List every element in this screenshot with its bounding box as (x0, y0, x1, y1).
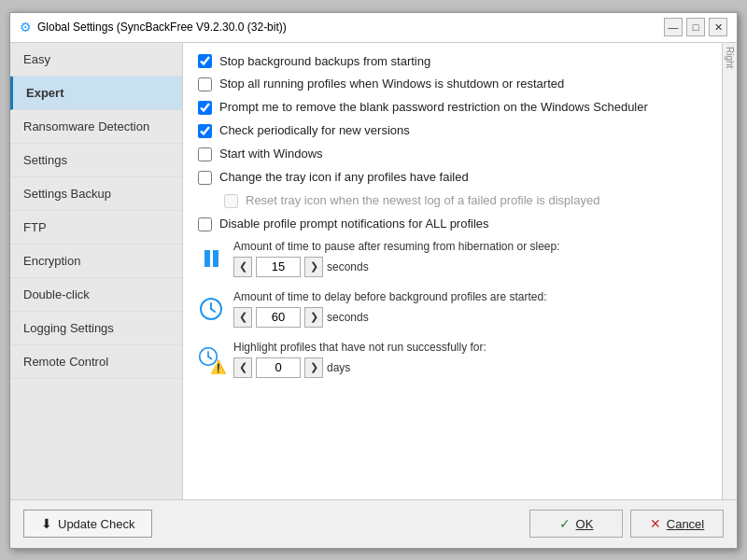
title-bar-left: ⚙ Global Settings (SyncBackFree V9.2.30.… (20, 20, 287, 35)
label-start-windows: Start with Windows (219, 147, 323, 162)
sidebar-item-remote[interactable]: Remote Control (10, 345, 182, 379)
cancel-icon: ✕ (650, 516, 661, 531)
update-check-button[interactable]: ⬇ Update Check (23, 510, 152, 538)
sidebar-item-encryption[interactable]: Encryption (10, 245, 182, 278)
spinner-delay-value: 60 (256, 307, 301, 328)
sidebar-item-ransomware[interactable]: Ransomware Detection (10, 110, 182, 144)
spinner-delay: Amount of time to delay before backgroun… (198, 290, 707, 328)
spinner-pause: Amount of time to pause after resuming f… (198, 240, 707, 277)
ok-button[interactable]: ✓ OK (529, 510, 623, 538)
checkbox-prompt-password[interactable] (198, 101, 212, 115)
spinner-delay-increment[interactable]: ❯ (304, 307, 323, 328)
spinner-pause-value: 15 (256, 257, 301, 277)
label-prompt-password: Prompt me to remove the blank password r… (219, 100, 648, 116)
sidebar-item-settings-backup[interactable]: Settings Backup (10, 177, 182, 211)
spinner-pause-decrement[interactable]: ❮ (233, 257, 252, 277)
clock-icon (198, 296, 224, 322)
label-tray-icon: Change the tray icon if any profiles hav… (219, 170, 469, 186)
right-panel-label: Right (725, 47, 735, 68)
spinner-pause-content: Amount of time to pause after resuming f… (233, 240, 560, 277)
checkbox-stop-background[interactable] (198, 54, 212, 68)
option-stop-background: Stop background backups from starting (198, 54, 707, 70)
title-bar-controls: — □ ✕ (664, 18, 727, 36)
spinner-highlight-label: Highlight profiles that have not run suc… (233, 341, 486, 354)
spinner-highlight-controls: ❮ 0 ❯ days (233, 357, 486, 378)
spinner-delay-content: Amount of time to delay before backgroun… (233, 290, 547, 328)
checkbox-tray-icon[interactable] (198, 171, 212, 185)
right-panel: Right (722, 43, 737, 499)
spinner-highlight-value: 0 (256, 357, 301, 378)
close-button[interactable]: ✕ (709, 18, 727, 36)
option-stop-running: Stop all running profiles when Windows i… (198, 77, 707, 92)
option-tray-icon: Change the tray icon if any profiles hav… (198, 170, 707, 186)
checkbox-disable-notifications[interactable] (198, 217, 212, 231)
main-window: ⚙ Global Settings (SyncBackFree V9.2.30.… (9, 12, 738, 549)
sidebar-item-ftp[interactable]: FTP (10, 211, 182, 245)
option-reset-tray: Reset tray icon when the newest log of a… (224, 193, 707, 209)
spinner-delay-label: Amount of time to delay before backgroun… (233, 290, 547, 303)
svg-line-2 (211, 309, 215, 312)
pause-bar-right (213, 250, 218, 267)
window-body: Easy Expert Ransomware Detection Setting… (10, 43, 737, 499)
option-prompt-password: Prompt me to remove the blank password r… (198, 100, 707, 116)
spinner-highlight-decrement[interactable]: ❮ (233, 357, 252, 378)
pause-icon (198, 245, 224, 272)
cancel-button[interactable]: ✕ Cancel (630, 510, 724, 538)
spinner-pause-controls: ❮ 15 ❯ seconds (233, 257, 560, 277)
checkbox-stop-running[interactable] (198, 77, 212, 91)
spinner-delay-decrement[interactable]: ❮ (233, 307, 252, 328)
spinner-highlight-unit: days (327, 361, 350, 374)
pause-bar-left (204, 250, 210, 267)
clock-warning-icon: ⚠️ (198, 346, 224, 372)
spinner-pause-unit: seconds (327, 260, 369, 273)
sidebar-item-logging[interactable]: Logging Settings (10, 312, 182, 345)
label-check-versions: Check periodically for new versions (219, 123, 410, 139)
spinner-delay-controls: ❮ 60 ❯ seconds (233, 307, 547, 328)
ok-icon: ✓ (559, 516, 571, 531)
sidebar-item-double-click[interactable]: Double-click (10, 278, 182, 312)
sidebar-item-expert[interactable]: Expert (10, 77, 182, 110)
checkbox-start-windows[interactable] (198, 147, 212, 161)
footer-left: ⬇ Update Check (23, 510, 152, 538)
spinner-pause-increment[interactable]: ❯ (304, 257, 323, 277)
option-start-windows: Start with Windows (198, 147, 707, 162)
spinner-highlight-content: Highlight profiles that have not run suc… (233, 341, 486, 378)
warning-badge-icon: ⚠️ (210, 359, 226, 374)
footer: ⬇ Update Check ✓ OK ✕ Cancel (10, 499, 737, 548)
maximize-button[interactable]: □ (686, 18, 705, 36)
main-content: Stop background backups from starting St… (183, 43, 722, 499)
cancel-label: Cancel (667, 517, 704, 531)
label-reset-tray: Reset tray icon when the newest log of a… (246, 193, 599, 209)
label-disable-notifications: Disable profile prompt notifications for… (219, 217, 489, 232)
checkbox-check-versions[interactable] (198, 124, 212, 138)
checkbox-reset-tray (224, 194, 238, 208)
app-icon: ⚙ (20, 20, 32, 35)
spinner-pause-label: Amount of time to pause after resuming f… (233, 240, 560, 253)
spinner-highlight: ⚠️ Highlight profiles that have not run … (198, 341, 707, 378)
title-bar: ⚙ Global Settings (SyncBackFree V9.2.30.… (10, 13, 737, 43)
ok-label: OK (576, 517, 594, 531)
footer-right: ✓ OK ✕ Cancel (529, 510, 724, 538)
minimize-button[interactable]: — (664, 18, 683, 36)
sidebar: Easy Expert Ransomware Detection Setting… (10, 43, 183, 499)
spinner-highlight-increment[interactable]: ❯ (304, 357, 323, 378)
label-stop-running: Stop all running profiles when Windows i… (219, 77, 564, 92)
sidebar-item-easy[interactable]: Easy (10, 43, 182, 77)
window-title: Global Settings (SyncBackFree V9.2.30.0 … (37, 21, 287, 34)
sidebar-item-settings[interactable]: Settings (10, 144, 182, 177)
update-check-label: Update Check (58, 517, 134, 531)
option-disable-notifications: Disable profile prompt notifications for… (198, 217, 707, 232)
download-icon: ⬇ (41, 516, 52, 531)
option-check-versions: Check periodically for new versions (198, 123, 707, 139)
spinner-delay-unit: seconds (327, 311, 369, 324)
label-stop-background: Stop background backups from starting (219, 54, 430, 70)
